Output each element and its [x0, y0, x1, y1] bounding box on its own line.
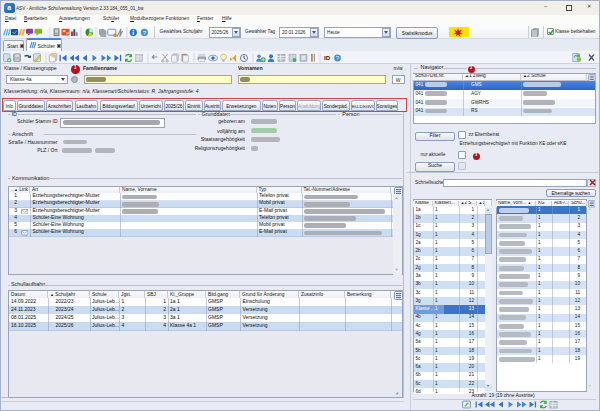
svg-text:?: ? [336, 55, 339, 61]
svg-text:ID: ID [324, 55, 331, 61]
